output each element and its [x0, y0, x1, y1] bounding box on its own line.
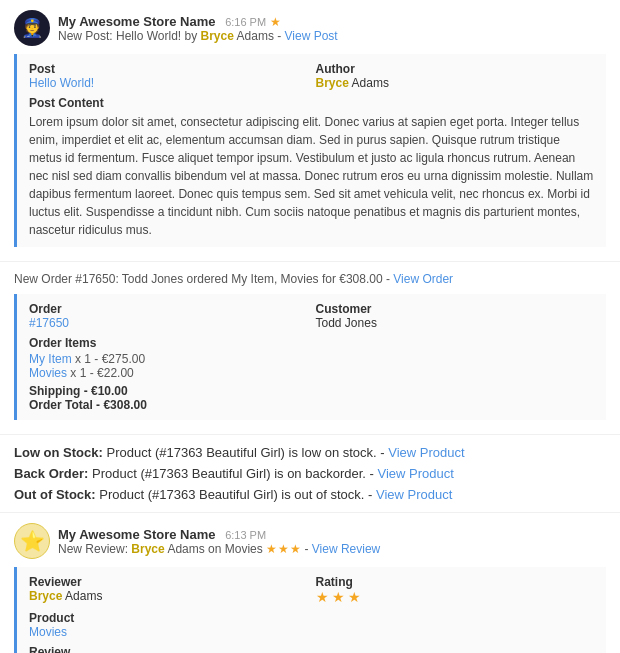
post-author-highlight: Bryce — [201, 29, 234, 43]
product-name[interactable]: Movies — [29, 625, 594, 639]
order-items-label: Order Items — [29, 336, 594, 350]
order-card: Order #17650 Customer Todd Jones Order I… — [14, 294, 606, 420]
review-subtitle-dash: - — [301, 542, 312, 556]
view-order-link[interactable]: View Order — [393, 272, 453, 286]
order-label: Order — [29, 302, 308, 316]
reviewer-name-rest: Adams — [62, 589, 102, 603]
inline-star-2: ★ — [278, 542, 289, 556]
review-inline-stars: ★★★ — [266, 542, 301, 556]
post-right: Author Bryce Adams — [316, 62, 595, 90]
order-subtitle: New Order #17650: Todd Jones ordered My … — [14, 272, 606, 286]
view-review-link[interactable]: View Review — [312, 542, 380, 556]
author-name-highlight: Bryce — [316, 76, 349, 90]
review-store-name: My Awesome Store Name — [58, 527, 216, 542]
out-of-stock-link[interactable]: View Product — [376, 487, 452, 502]
order-card-grid: Order #17650 Customer Todd Jones — [29, 302, 594, 330]
back-order-line: Back Order: Product (#17363 Beautiful Gi… — [14, 466, 606, 481]
post-card-grid: Post Hello World! Author Bryce Adams — [29, 62, 594, 90]
back-order-link[interactable]: View Product — [377, 466, 453, 481]
stock-alerts: Low on Stock: Product (#17363 Beautiful … — [0, 435, 620, 513]
customer-label: Customer — [316, 302, 595, 316]
out-of-stock-label: Out of Stock: — [14, 487, 96, 502]
reviewer-label: Reviewer — [29, 575, 308, 589]
star-2: ★ — [332, 589, 345, 605]
rating-stars: ★ ★ ★ — [316, 589, 595, 605]
post-left: Post Hello World! — [29, 62, 308, 90]
post-subtitle: New Post: Hello World! by Bryce Adams - … — [58, 29, 338, 43]
review-label: Review — [29, 645, 594, 653]
post-store-name: My Awesome Store Name — [58, 14, 216, 29]
order-item-1: My Item x 1 - €275.00 — [29, 352, 594, 366]
back-order-message: Product (#17363 Beautiful Girl) is on ba… — [92, 466, 377, 481]
low-stock-message: Product (#17363 Beautiful Girl) is low o… — [106, 445, 388, 460]
review-card-grid: Reviewer Bryce Adams Rating ★ ★ ★ — [29, 575, 594, 605]
view-post-link[interactable]: View Post — [285, 29, 338, 43]
low-stock-link[interactable]: View Product — [388, 445, 464, 460]
review-meta: My Awesome Store Name 6:13 PM New Review… — [58, 527, 380, 556]
customer-name: Todd Jones — [316, 316, 595, 330]
post-content-label: Post Content — [29, 96, 594, 110]
author-value: Bryce Adams — [316, 76, 595, 90]
product-section: Product Movies — [29, 611, 594, 639]
post-time: 6:16 PM — [225, 16, 266, 28]
post-label: Post — [29, 62, 308, 76]
reviewer-name: Bryce Adams — [29, 589, 308, 603]
order-notification: New Order #17650: Todd Jones ordered My … — [0, 262, 620, 435]
post-meta: My Awesome Store Name 6:16 PM ★ New Post… — [58, 14, 338, 43]
order-item-2-details: x 1 - €22.00 — [70, 366, 133, 380]
post-content-block: Post Content Lorem ipsum dolor sit amet,… — [29, 96, 594, 239]
review-author-highlight: Bryce — [131, 542, 164, 556]
order-left: Order #17650 — [29, 302, 308, 330]
inline-star-3: ★ — [290, 542, 301, 556]
low-stock-line: Low on Stock: Product (#17363 Beautiful … — [14, 445, 606, 460]
author-label: Author — [316, 62, 595, 76]
order-subtitle-pre: New Order #17650: Todd Jones ordered My … — [14, 272, 393, 286]
order-right: Customer Todd Jones — [316, 302, 595, 330]
review-subtitle-pre: New Review: — [58, 542, 131, 556]
star-3: ★ — [348, 589, 361, 605]
star-1: ★ — [316, 589, 329, 605]
order-item-2: Movies x 1 - €22.00 — [29, 366, 594, 380]
order-item-1-details: x 1 - €275.00 — [75, 352, 145, 366]
product-label: Product — [29, 611, 594, 625]
reviewer-name-highlight: Bryce — [29, 589, 62, 603]
inline-star-1: ★ — [266, 542, 277, 556]
order-item-2-link[interactable]: Movies — [29, 366, 67, 380]
review-card: Reviewer Bryce Adams Rating ★ ★ ★ Produc… — [14, 567, 606, 653]
back-order-label: Back Order: — [14, 466, 88, 481]
post-body-text: Lorem ipsum dolor sit amet, consectetur … — [29, 113, 594, 239]
post-value[interactable]: Hello World! — [29, 76, 308, 90]
post-subtitle-mid: Adams - — [234, 29, 285, 43]
low-stock-label: Low on Stock: — [14, 445, 103, 460]
order-items-section: Order Items My Item x 1 - €275.00 Movies… — [29, 336, 594, 412]
out-of-stock-line: Out of Stock: Product (#17363 Beautiful … — [14, 487, 606, 502]
review-time: 6:13 PM — [225, 529, 266, 541]
post-avatar: 👮 — [14, 10, 50, 46]
shipping-line: Shipping - €10.00 — [29, 384, 594, 398]
post-notification: 👮 My Awesome Store Name 6:16 PM ★ New Po… — [0, 0, 620, 262]
reviewer-col: Reviewer Bryce Adams — [29, 575, 308, 605]
author-name-rest: Adams — [349, 76, 389, 90]
order-item-1-link[interactable]: My Item — [29, 352, 72, 366]
out-of-stock-message: Product (#17363 Beautiful Girl) is out o… — [99, 487, 376, 502]
review-subtitle-mid: Adams on Movies — [165, 542, 266, 556]
star-icon: ★ — [270, 15, 281, 29]
post-subtitle-pre: New Post: Hello World! by — [58, 29, 201, 43]
rating-col: Rating ★ ★ ★ — [316, 575, 595, 605]
review-section: Review Pretty average but would probably… — [29, 645, 594, 653]
review-subtitle: New Review: Bryce Adams on Movies ★★★ - … — [58, 542, 380, 556]
post-card: Post Hello World! Author Bryce Adams Pos… — [14, 54, 606, 247]
total-line: Order Total - €308.00 — [29, 398, 594, 412]
rating-label: Rating — [316, 575, 595, 589]
review-notification: ⭐ My Awesome Store Name 6:13 PM New Revi… — [0, 513, 620, 653]
order-number[interactable]: #17650 — [29, 316, 308, 330]
review-avatar: ⭐ — [14, 523, 50, 559]
